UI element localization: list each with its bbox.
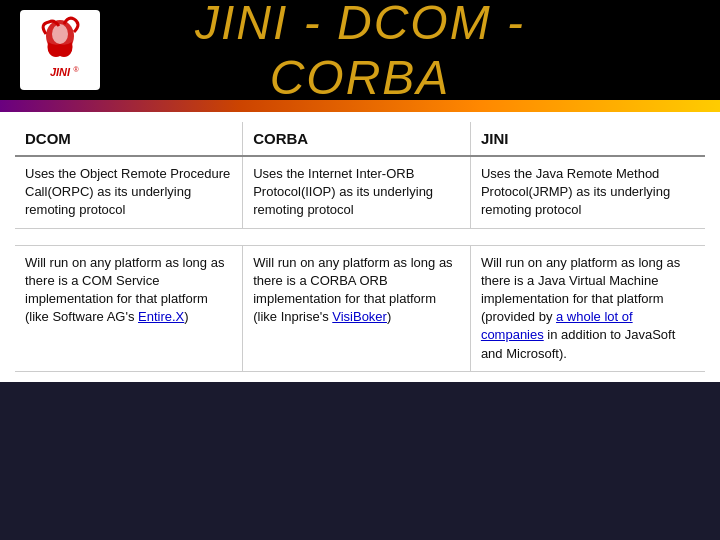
comparison-table-container: DCOM CORBA JINI Uses the Object Remote P… xyxy=(0,112,720,382)
title-area: JINI - DCOM - CORBA xyxy=(100,0,620,105)
svg-text:®: ® xyxy=(73,66,79,73)
row1-jini: Uses the Java Remote Method Protocol(JRM… xyxy=(470,156,705,228)
visibroker-link[interactable]: VisiBoker xyxy=(332,309,387,324)
whole-lot-link[interactable]: a whole lot of companies xyxy=(481,309,633,342)
jini-logo: JINI ® xyxy=(20,10,100,90)
row2-jini: Will run on any platform as long as ther… xyxy=(470,245,705,371)
table-row: Will run on any platform as long as ther… xyxy=(15,245,705,371)
spacer-cell xyxy=(15,228,705,245)
table-header-row: DCOM CORBA JINI xyxy=(15,122,705,156)
entirex-link[interactable]: Entire.X xyxy=(138,309,184,324)
spacer-row xyxy=(15,228,705,245)
header-corba: CORBA xyxy=(243,122,471,156)
table-row: Uses the Object Remote Procedure Call(OR… xyxy=(15,156,705,228)
header-dcom: DCOM xyxy=(15,122,243,156)
comparison-table: DCOM CORBA JINI Uses the Object Remote P… xyxy=(15,122,705,372)
svg-point-2 xyxy=(52,24,68,44)
header: JINI ® JINI - DCOM - CORBA xyxy=(0,0,720,100)
svg-text:JINI: JINI xyxy=(50,66,71,78)
header-jini: JINI xyxy=(470,122,705,156)
row1-dcom: Uses the Object Remote Procedure Call(OR… xyxy=(15,156,243,228)
row2-corba: Will run on any platform as long as ther… xyxy=(243,245,471,371)
row1-corba: Uses the Internet Inter-ORB Protocol(IIO… xyxy=(243,156,471,228)
row2-dcom: Will run on any platform as long as ther… xyxy=(15,245,243,371)
page-title: JINI - DCOM - CORBA xyxy=(195,0,525,104)
